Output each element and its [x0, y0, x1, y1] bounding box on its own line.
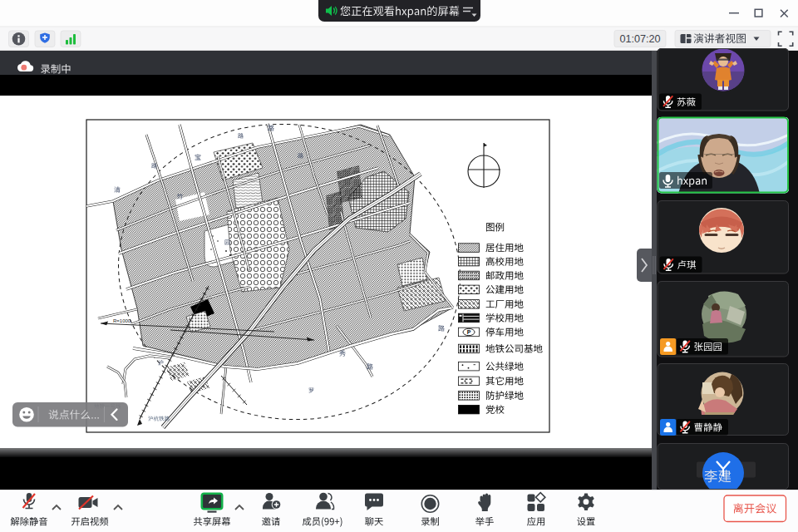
svg-text:01:07:20: 01:07:20 [619, 33, 660, 45]
svg-text:P: P [467, 329, 471, 335]
svg-text:R=1000: R=1000 [113, 318, 131, 323]
